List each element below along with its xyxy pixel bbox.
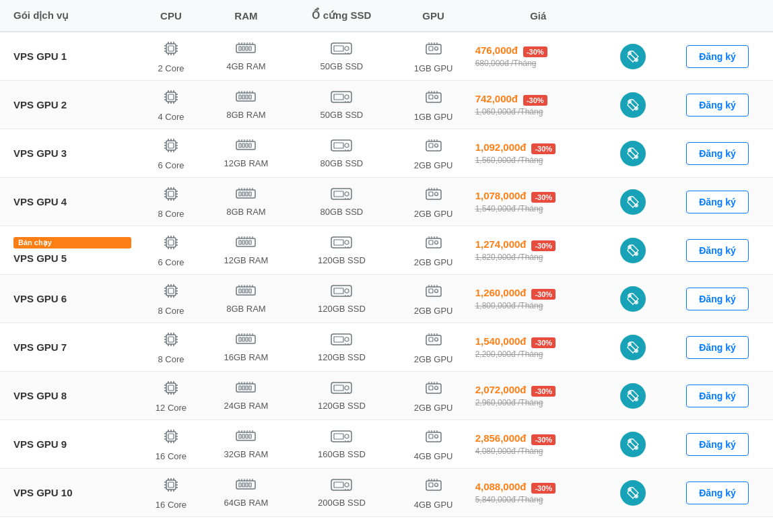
price-old: 4,080,000đ /Tháng [475,446,598,456]
svg-rect-91 [246,143,248,147]
col-header-price: Giá [472,0,605,32]
register-button[interactable]: Đăng ký [686,336,748,359]
sale-icon-cell[interactable] [605,420,662,469]
price-cell: 2,072,000đ -30% 2,960,000đ /Tháng [472,372,605,420]
svg-rect-222 [166,335,176,344]
service-name-cell: VPS GPU 10 [0,469,138,517]
register-button[interactable]: Đăng ký [686,191,748,213]
register-button[interactable]: Đăng ký [686,94,748,117]
sale-icon-cell[interactable] [605,32,662,81]
register-cell[interactable]: Đăng ký [662,32,773,81]
ssd-value: 80GB SSD [321,158,364,168]
sale-icon[interactable] [620,238,646,263]
sale-icon[interactable] [620,335,646,360]
svg-point-101 [345,143,349,147]
service-name-cell: Bán chạy VPS GPU 5 [0,226,138,275]
svg-rect-350 [246,483,248,487]
ssd-cell: 120GB SSD [288,372,395,420]
register-cell[interactable]: Đăng ký [662,323,773,372]
register-button[interactable]: Đăng ký [686,142,748,165]
svg-rect-105 [429,143,433,147]
sale-icon[interactable] [620,383,646,409]
table-header-row: Gói dịch vụ CPU RAM Ổ cứng SSD GPU Giá [0,0,773,32]
sale-icon[interactable] [620,141,646,166]
svg-point-365 [434,484,438,487]
svg-rect-18 [249,46,251,51]
svg-rect-215 [426,287,441,296]
register-button[interactable]: Đăng ký [686,385,748,407]
gpu-value: 2GB GPU [414,403,453,413]
sale-icon-cell[interactable] [605,129,662,178]
cpu-icon [162,88,180,109]
ram-icon [236,429,256,446]
register-cell[interactable]: Đăng ký [662,469,773,517]
svg-rect-165 [246,240,248,244]
cpu-icon [162,475,180,497]
gpu-icon [424,427,443,448]
sale-icon-cell[interactable] [605,81,662,129]
svg-rect-239 [246,337,248,341]
svg-rect-137 [334,191,343,197]
price-old: 5,840,000đ /Tháng [475,495,598,504]
sale-icon[interactable] [620,480,646,506]
cpu-value: 4 Core [158,112,184,122]
price-old: 1,560,000đ /Tháng [475,156,598,165]
price-old: 1,820,000đ /Tháng [475,253,598,262]
register-button[interactable]: Đăng ký [686,45,748,68]
svg-point-143 [434,193,438,196]
svg-rect-163 [239,240,241,244]
cpu-icon [162,136,180,158]
discount-badge: -30% [531,143,556,154]
svg-rect-296 [166,432,176,441]
gpu-cell: 2GB GPU [395,226,472,275]
price-cell: 1,092,000đ -30% 1,560,000đ /Tháng [472,129,605,178]
svg-rect-31 [429,46,433,51]
svg-rect-179 [429,240,433,244]
sale-icon-cell[interactable] [605,275,662,323]
price-new: 742,000đ [475,93,518,104]
register-cell[interactable]: Đăng ký [662,178,773,226]
svg-rect-104 [426,141,441,151]
cpu-value: 16 Core [156,451,187,461]
sale-icon-cell[interactable] [605,323,662,372]
sale-icon[interactable] [620,432,646,457]
register-cell[interactable]: Đăng ký [662,420,773,469]
svg-rect-127 [242,192,244,196]
sale-icon[interactable] [620,189,646,215]
svg-rect-201 [242,289,244,293]
svg-rect-351 [249,483,251,487]
register-cell[interactable]: Đăng ký [662,275,773,323]
cpu-cell: 16 Core [138,420,203,469]
svg-rect-275 [242,386,244,390]
svg-point-32 [434,47,438,51]
cpu-cell: 16 Core [138,469,203,517]
cpu-value: 8 Core [158,306,184,316]
sale-icon-cell[interactable] [605,226,662,275]
sale-icon[interactable] [620,92,646,118]
register-button[interactable]: Đăng ký [686,481,748,504]
register-button[interactable]: Đăng ký [686,239,748,262]
ram-cell: 4GB RAM [204,32,289,81]
table-row: VPS GPU 2 4 Core [0,81,773,129]
sale-icon-cell[interactable] [605,372,662,420]
register-button[interactable]: Đăng ký [686,433,748,456]
ram-cell: 64GB RAM [204,469,289,517]
ram-value: 32GB RAM [224,449,269,459]
sale-icon[interactable] [620,286,646,312]
price-cell: 1,540,000đ -30% 2,200,000đ /Tháng [472,323,605,372]
register-button[interactable]: Đăng ký [686,288,748,310]
register-cell[interactable]: Đăng ký [662,372,773,420]
sale-icon-cell[interactable] [605,178,662,226]
register-cell[interactable]: Đăng ký [662,81,773,129]
ram-icon [236,187,256,204]
gpu-icon [424,88,443,109]
price-old: 2,200,000đ /Tháng [475,350,598,359]
sale-icon[interactable] [620,44,646,69]
sale-icon-cell[interactable] [605,469,662,517]
register-cell[interactable]: Đăng ký [662,226,773,275]
ssd-icon [331,187,352,204]
register-cell[interactable]: Đăng ký [662,129,773,178]
table-row: VPS GPU 4 8 Core [0,178,773,226]
ram-value: 8GB RAM [226,207,266,217]
service-name: VPS GPU 7 [13,341,67,353]
